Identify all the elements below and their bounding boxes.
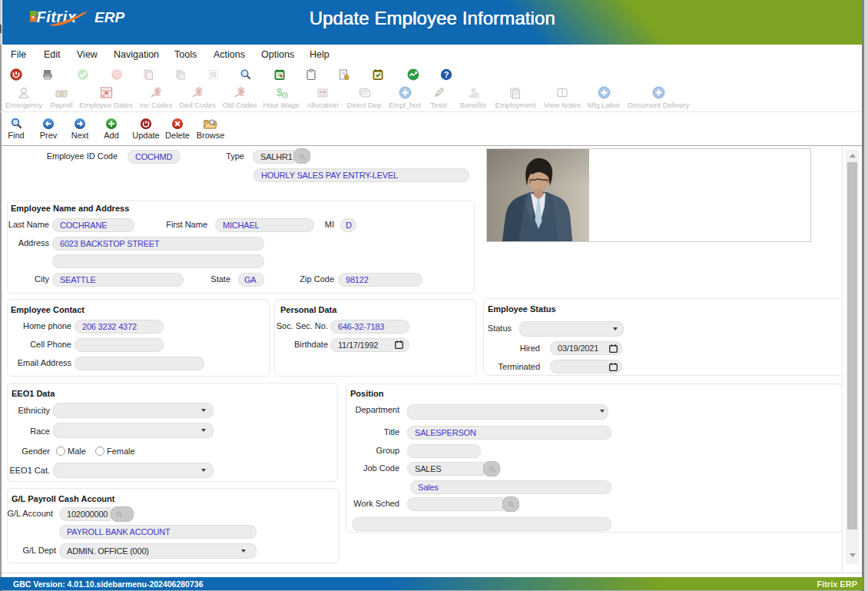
- svg-text:$: $: [197, 88, 200, 94]
- svg-text:ERP: ERP: [94, 9, 124, 25]
- svg-text:$: $: [277, 86, 283, 98]
- svg-text:Fitrix: Fitrix: [37, 8, 77, 25]
- svg-text:$: $: [240, 88, 243, 94]
- svg-text:$: $: [156, 88, 159, 94]
- svg-text:?: ?: [444, 70, 449, 79]
